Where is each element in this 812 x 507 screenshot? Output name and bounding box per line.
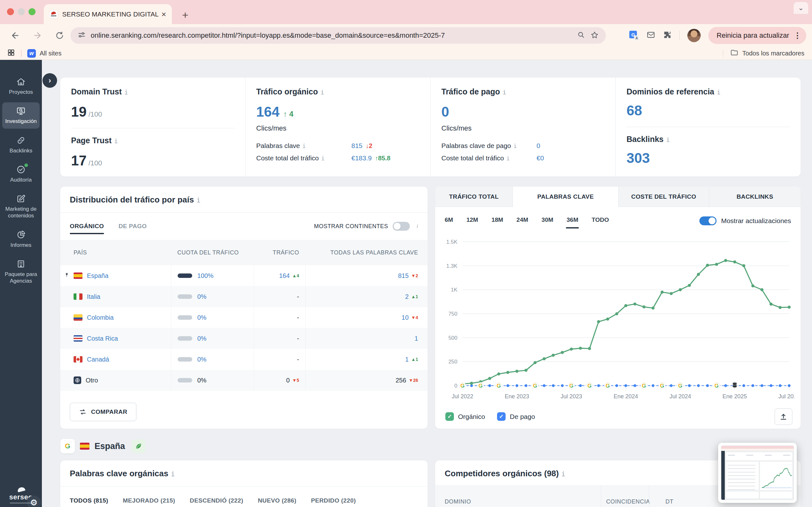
sidebar-expand-button[interactable]: › [43,73,57,88]
restart-to-update-button[interactable]: Reinicia para actualizar ⋮ [708,27,806,44]
window-close-button[interactable] [7,8,14,15]
info-icon[interactable]: i [666,136,670,144]
organic-traffic-unit: Clics/mes [256,124,420,132]
range-18m[interactable]: 18M [491,216,503,228]
compare-button[interactable]: COMPARAR [70,403,136,421]
range-6m[interactable]: 6M [445,216,453,228]
google-update-marker: G [659,383,665,389]
range-todo[interactable]: TODO [592,216,609,228]
keyword-tab-nuevo-286[interactable]: NUEVO (286) [258,497,297,507]
keyword-tab-perdido-220[interactable]: PERDIDO (220) [311,497,356,507]
svg-text:1.3K: 1.3K [446,263,458,269]
info-icon[interactable]: i [124,89,128,96]
legend-de-pago[interactable]: ✓De pago [497,412,535,421]
country-link[interactable]: Costa Rica [87,335,118,342]
chart-tab-coste-del-trafico[interactable]: COSTE DEL TRÁFICO [618,187,709,207]
bookmark-site-label[interactable]: All sites [40,50,61,57]
keywords-chart-panel: TRÁFICO TOTALPALABRAS CLAVECOSTE DEL TRÁ… [435,187,801,429]
google-update-marker: G [496,383,502,389]
sidebar-item-marketing-de-contenidos[interactable]: Marketing de contenidos [2,190,40,223]
keywords-delta: ▲1 [411,357,418,362]
country-link[interactable]: Canadá [87,356,109,363]
back-button[interactable] [8,29,22,43]
sidebar-item-investigacion[interactable]: Investigación [2,102,40,128]
range-36m[interactable]: 36M [566,216,578,228]
browser-menu-icon[interactable]: ⋮ [794,31,801,40]
keyword-tab-todos-815[interactable]: TODOS (815) [70,497,108,507]
site-info-icon[interactable] [78,31,86,40]
extensions-puzzle-icon[interactable] [663,31,672,41]
paid-traffic-section: Tráfico de pagoi 0 Clics/mes Palabras cl… [430,78,616,176]
bookmark-site-icon[interactable]: w [27,49,36,58]
info-icon[interactable]: i [321,155,324,162]
legend-checkbox-de-pago[interactable]: ✓ [497,412,506,421]
country-link[interactable]: España [87,272,108,279]
col-dt: DT [665,498,673,505]
proyectos-icon [16,77,26,87]
browser-tab[interactable]: SERSEO MARKETING DIGITAL × [44,4,172,24]
chart-tab-palabras-clave[interactable]: PALABRAS CLAVE [513,187,618,207]
sidebar-item-informes[interactable]: Informes [2,226,40,252]
sidebar-item-paquete-para-agencias[interactable]: Paquete para Agencias [2,256,40,288]
profile-avatar[interactable] [687,29,701,42]
share-percent: 0% [197,314,206,321]
tab-close-icon[interactable]: × [161,10,166,18]
sidebar-item-auditoria[interactable]: Auditoría [2,161,40,187]
chart-tab-trafico-total[interactable]: TRÁFICO TOTAL [435,187,513,207]
leaf-badge-icon[interactable] [132,440,145,453]
all-bookmarks-label[interactable]: Todos los marcadores [742,50,804,57]
country-link[interactable]: Colombia [87,314,113,321]
info-icon[interactable]: i [171,470,175,478]
apps-grid-icon[interactable] [7,49,15,58]
screenshot-preview-thumbnail[interactable] [718,443,797,503]
info-icon[interactable]: i [561,470,565,478]
metric-row-palabras-clave: Palabras clavei8152 [256,142,420,150]
info-icon[interactable]: i [513,143,517,149]
range-24m[interactable]: 24M [516,216,528,228]
show-continents-toggle[interactable] [393,222,410,231]
window-zoom-button[interactable] [29,8,36,15]
share-bar [177,336,192,341]
new-tab-button[interactable]: + [182,9,189,21]
marketing-icon [16,194,26,204]
window-minimize-button[interactable] [18,8,25,15]
info-icon[interactable]: i [417,223,418,229]
compare-arrows-icon [79,408,87,416]
range-12m[interactable]: 12M [466,216,478,228]
forward-button[interactable] [31,29,44,43]
range-30m[interactable]: 30M [542,216,553,228]
translate-extension-icon[interactable]: G A [629,31,639,40]
svg-text:G: G [588,383,592,389]
mail-extension-icon[interactable] [647,31,655,41]
keyword-tab-descendio-222[interactable]: DESCENDIÓ (222) [190,497,243,507]
sidebar-item-proyectos[interactable]: Proyectos [2,73,40,99]
info-icon[interactable]: i [197,196,201,204]
reload-button[interactable] [53,29,67,43]
info-icon[interactable]: i [320,89,324,96]
info-icon[interactable]: i [502,89,506,96]
keyword-tab-mejorado-215[interactable]: MEJORADO (215) [123,497,175,507]
address-bar[interactable]: online.seranking.com/research.competitor… [70,27,606,44]
legend-checkbox-organico[interactable]: ✓ [445,412,454,421]
show-continents-label: MOSTRAR CONTINENTES [314,223,388,230]
settings-gear-icon[interactable]: ⚙ [27,496,41,507]
info-icon[interactable]: i [114,137,118,145]
show-updates-toggle[interactable] [699,216,716,225]
url-text[interactable]: online.seranking.com/research.competitor… [91,32,572,40]
info-icon[interactable]: i [717,89,721,96]
seranking-page: ProyectosInvestigaciónBacklinksAuditoría… [0,60,812,507]
pin-icon[interactable] [64,272,69,279]
country-tab-organico[interactable]: ORGÁNICO [70,213,104,240]
country-link[interactable]: Italia [87,293,100,300]
sidebar-item-backlinks[interactable]: Backlinks [2,132,40,158]
tab-search-button[interactable]: ⌄ [794,2,808,14]
export-button[interactable] [774,408,792,425]
chart-tab-backlinks[interactable]: BACKLINKS [709,187,801,207]
zoom-icon[interactable] [577,31,585,40]
bookmark-star-icon[interactable] [590,31,599,41]
folder-icon[interactable] [730,49,739,58]
country-tab-de-pago[interactable]: DE PAGO [119,213,147,240]
legend-organico[interactable]: ✓Orgánico [445,412,485,421]
info-icon[interactable]: i [303,143,306,149]
info-icon[interactable]: i [507,155,510,162]
